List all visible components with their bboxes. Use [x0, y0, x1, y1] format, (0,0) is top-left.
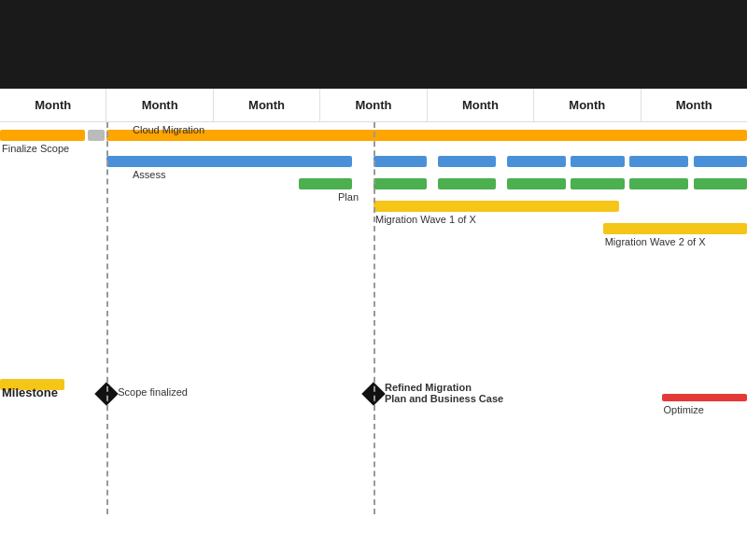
blue-bar-3 — [507, 156, 566, 167]
wave1-label: Migration Wave 1 of X — [375, 214, 476, 225]
optimize-label: Optimize — [664, 404, 704, 415]
refined-migration-label: Refined MigrationPlan and Business Case — [385, 382, 503, 404]
month-cell-1: Month — [106, 89, 213, 121]
dashed-line-0 — [106, 122, 108, 514]
gantt-container: MonthMonthMonthMonthMonthMonthMonth Fina… — [0, 89, 747, 514]
wave2-bar — [603, 223, 747, 234]
month-header: MonthMonthMonthMonthMonthMonthMonth — [0, 89, 747, 122]
green-bar-6 — [694, 178, 747, 189]
green-bar-1 — [374, 178, 427, 189]
optimize-red-bar — [662, 394, 747, 401]
gantt-body: Finalize ScopeCloud MigrationAssessPlanM… — [0, 122, 747, 514]
finalize-scope-bar — [0, 130, 85, 141]
month-cell-2: Month — [214, 89, 320, 121]
plan-label: Plan — [338, 191, 359, 203]
cloud-migration-label: Cloud Migration — [133, 124, 204, 135]
dashed-line-1 — [374, 122, 375, 514]
month-cell-4: Month — [428, 89, 534, 121]
month-cell-5: Month — [534, 89, 641, 121]
wave2-label: Migration Wave 2 of X — [605, 236, 706, 247]
month-cell-6: Month — [641, 89, 747, 121]
blue-bar-2 — [438, 156, 497, 167]
blue-bar-1 — [374, 156, 427, 167]
scope-finalized-label: Scope finalized — [118, 386, 188, 398]
green-bar-5 — [629, 178, 688, 189]
month-cell-3: Month — [320, 89, 427, 121]
milestone-section-label: Milestone — [2, 385, 58, 399]
blue-bar-5 — [629, 156, 688, 167]
wave1-bar — [374, 201, 619, 212]
green-bar-2 — [438, 178, 497, 189]
top-black-bar — [0, 0, 747, 89]
green-bar-0 — [299, 178, 352, 189]
blue-bar-0 — [106, 156, 352, 167]
finalize-scope-label: Finalize Scope — [2, 143, 69, 154]
assess-label: Assess — [133, 169, 165, 180]
green-bar-4 — [571, 178, 624, 189]
blue-bar-4 — [571, 156, 624, 167]
gray-bar — [88, 130, 105, 141]
blue-bar-6 — [694, 156, 747, 167]
month-cell-0: Month — [0, 89, 106, 121]
green-bar-3 — [507, 178, 566, 189]
